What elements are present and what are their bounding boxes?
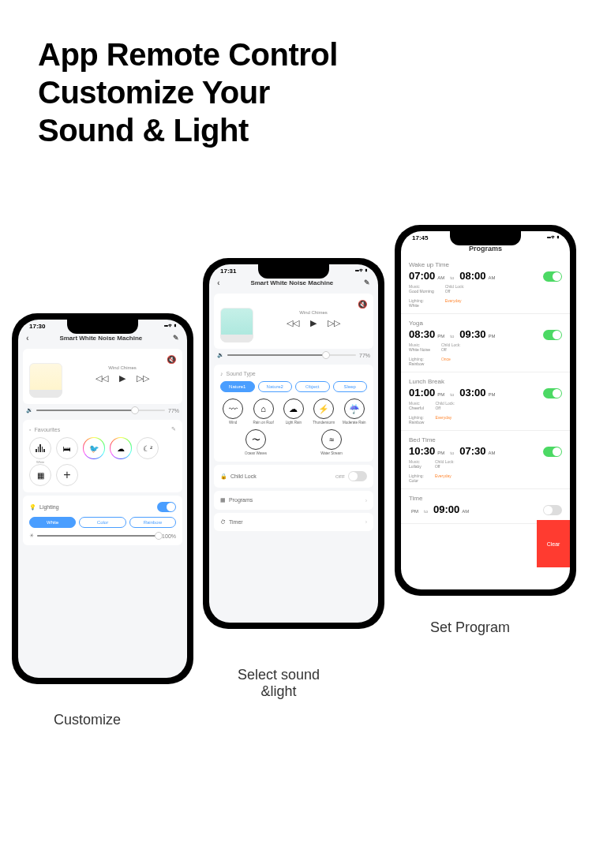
child-lock-toggle[interactable]: [348, 471, 367, 481]
bookmark-icon: ▫: [29, 427, 31, 432]
phone-customize: 17:30 ••• ᯤ ▮ ‹ Smart White Noise Machin…: [12, 313, 193, 684]
clear-button[interactable]: Clear: [537, 520, 570, 567]
timer-row[interactable]: ⏱Timer ›: [214, 513, 373, 531]
sound-thunderstorm[interactable]: ⚡Thunderstorm: [312, 398, 335, 425]
program-row[interactable]: Lunch Break 01:00PM to 03:00PM Music: Ch…: [401, 372, 570, 431]
caption-select: Select sound &light: [223, 667, 334, 700]
volume-slider[interactable]: [36, 410, 165, 411]
brightness-icon: ☀: [29, 533, 34, 539]
sound-rain-roof[interactable]: ⌂Rain on Roof: [252, 398, 275, 425]
program-meta: Music: CheerfulLighting: Rainbow Child L…: [409, 401, 562, 425]
program-row[interactable]: Yoga 08:30PM to 09:30PM Music: White Noi…: [401, 314, 570, 372]
status-time: 17:31: [220, 268, 236, 275]
programs-row[interactable]: ▦Programs ›: [214, 491, 373, 510]
prev-button[interactable]: ◁◁: [96, 373, 108, 383]
phone-programs: 17:45 ••• ᯤ ▮ Programs Wake up Time 07:0…: [395, 225, 576, 596]
status-icons: ••• ᯤ ▮: [547, 234, 559, 241]
heading-line-2: Customize Your: [38, 73, 592, 111]
edit-button[interactable]: ✎: [173, 334, 179, 342]
next-button[interactable]: ▷▷: [137, 373, 149, 383]
caption-program: Set Program: [430, 619, 510, 636]
status-time: 17:30: [29, 323, 45, 330]
program-name: Yoga: [409, 320, 562, 327]
programs-list: Wake up Time 07:00AM to 08:00AM Music: G…: [401, 256, 570, 524]
lighting-card: 💡 Lighting White Color Rainbow ☀ 100%: [23, 496, 182, 545]
player-card: 🔇 Wind Chimes ◁◁ ▶ ▷▷: [23, 349, 182, 404]
tab-nature1[interactable]: Nature1: [220, 381, 255, 392]
sound-type-card: ♪ Sound Type Nature1 Nature2 Object Slee…: [214, 365, 373, 462]
mute-icon[interactable]: 🔇: [358, 300, 367, 309]
program-time: 08:30PM to 09:30PM: [409, 328, 562, 340]
pill-rainbow[interactable]: Rainbow: [129, 517, 176, 528]
tab-sleep[interactable]: Sleep: [333, 381, 368, 392]
pill-color[interactable]: Color: [79, 517, 126, 528]
lighting-toggle[interactable]: [157, 502, 176, 512]
play-button[interactable]: ▶: [310, 318, 317, 328]
status-icons: ••• ᯤ ▮: [164, 323, 176, 330]
track-name: Wind Chimes: [108, 365, 137, 370]
sound-wind[interactable]: 〰Wind: [221, 398, 245, 425]
program-row[interactable]: Time PM to 09:00AM: [401, 489, 570, 524]
sound-water-stream[interactable]: ≈Water Stream: [320, 429, 343, 455]
player-card: 🔇 Wind Chimes ◁◁ ▶ ▷▷: [214, 294, 373, 349]
status-icons: ••• ᯤ ▮: [355, 268, 367, 275]
program-toggle[interactable]: [543, 447, 562, 457]
fav-preset-6[interactable]: ▦: [29, 464, 51, 486]
track-name: Wind Chimes: [299, 310, 328, 315]
fav-preset-3[interactable]: 🐦: [83, 437, 105, 459]
program-toggle[interactable]: [543, 388, 562, 398]
edit-button[interactable]: ✎: [364, 279, 370, 286]
program-time: 07:00AM to 08:00AM: [409, 270, 562, 282]
volume-icon: 🔉: [26, 407, 33, 413]
screen-title: Smart White Noise Machine: [29, 335, 173, 342]
volume-value: 77%: [359, 353, 370, 358]
program-row[interactable]: Wake up Time 07:00AM to 08:00AM Music: G…: [401, 256, 570, 314]
program-row[interactable]: Bed Time 10:30PM to 07:30AM Music: Lulla…: [401, 431, 570, 489]
caption-customize: Customize: [54, 712, 121, 728]
device-image: [220, 300, 253, 342]
add-favourite-button[interactable]: +: [56, 464, 78, 486]
sound-moderate-rain[interactable]: ☔Moderate Rain: [343, 398, 366, 425]
pill-white[interactable]: White: [29, 517, 76, 528]
program-name: Lunch Break: [409, 378, 562, 385]
program-name: Time: [409, 495, 562, 502]
volume-slider[interactable]: [227, 354, 356, 356]
page-heading: App Remote Control Customize Your Sound …: [0, 0, 592, 149]
favourites-label: Favourites: [34, 427, 60, 432]
timer-icon: ⏱: [220, 519, 226, 525]
lighting-label: Lighting: [39, 504, 59, 510]
next-button[interactable]: ▷▷: [328, 318, 340, 328]
program-time: 10:30PM to 07:30AM: [409, 445, 562, 457]
program-toggle[interactable]: [543, 271, 562, 282]
sound-light-rain[interactable]: ☁Light Rain: [282, 398, 305, 425]
fav-white[interactable]: White: [29, 437, 51, 459]
fav-preset-4[interactable]: ☁: [110, 437, 132, 459]
notch: [258, 264, 329, 279]
program-name: Wake up Time: [409, 261, 562, 268]
status-time: 17:45: [412, 234, 428, 241]
tab-nature2[interactable]: Nature2: [258, 381, 293, 392]
screen-title: Smart White Noise Machine: [220, 279, 364, 286]
chevron-right-icon: ›: [365, 498, 367, 503]
bulb-icon: 💡: [29, 504, 36, 511]
play-button[interactable]: ▶: [119, 373, 126, 383]
brightness-slider[interactable]: [37, 535, 159, 537]
brightness-value: 100%: [162, 533, 176, 539]
edit-favourites[interactable]: ✎: [171, 426, 176, 432]
lock-icon: 🔒: [220, 473, 227, 480]
program-toggle[interactable]: [543, 330, 562, 340]
prev-button[interactable]: ◁◁: [287, 318, 299, 328]
favourites-card: ▫ Favourites ✎ White 🛏 🐦 ☁ ☾ᶻ ▦ +: [23, 420, 182, 492]
program-toggle[interactable]: [543, 505, 562, 515]
child-lock-row[interactable]: 🔒Child Lock OFF: [214, 465, 373, 488]
notch: [450, 231, 521, 245]
fav-preset-5[interactable]: ☾ᶻ: [137, 437, 159, 459]
sound-icon: ♪: [220, 371, 223, 376]
tab-object[interactable]: Object: [295, 381, 330, 392]
mute-icon[interactable]: 🔇: [167, 355, 176, 364]
program-time: 01:00PM to 03:00PM: [409, 387, 562, 398]
fav-preset-2[interactable]: 🛏: [56, 437, 78, 459]
calendar-icon: ▦: [220, 497, 226, 503]
sound-ocean-waves[interactable]: 〜Ocean Waves: [244, 429, 268, 455]
device-image: [29, 355, 62, 398]
